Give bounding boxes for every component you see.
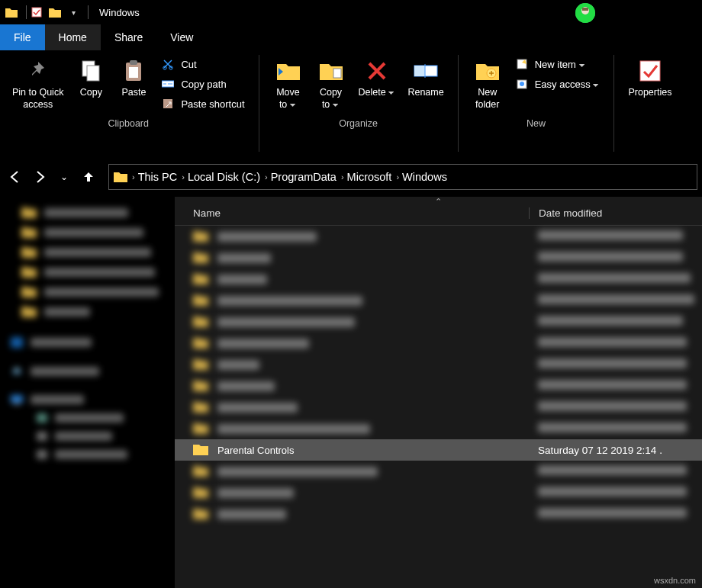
back-button[interactable]	[5, 166, 26, 188]
rename-button[interactable]: Rename	[401, 55, 449, 102]
tab-share[interactable]: Share	[101, 24, 156, 50]
tree-item[interactable]	[5, 390, 170, 409]
tree-item[interactable]	[5, 409, 170, 427]
svg-rect-27	[37, 450, 47, 459]
scissors-icon	[161, 57, 175, 71]
new-item-button[interactable]: New item	[512, 56, 604, 72]
qat-properties-icon[interactable]	[30, 5, 43, 19]
breadcrumb-item[interactable]: Windows	[402, 171, 447, 183]
svg-rect-24	[14, 403, 20, 405]
tree-item[interactable]	[5, 243, 170, 262]
group-label-clipboard: Clipboard	[108, 118, 149, 129]
user-avatar[interactable]	[575, 3, 595, 23]
svg-rect-8	[129, 67, 138, 78]
group-separator	[259, 55, 259, 152]
tree-item[interactable]	[5, 427, 170, 445]
copy-button[interactable]: Copy	[69, 55, 112, 102]
breadcrumb-item[interactable]: This PC›	[138, 171, 185, 183]
list-item[interactable]	[175, 461, 702, 482]
list-item[interactable]	[175, 311, 702, 333]
group-separator	[613, 55, 614, 152]
new-folder-icon	[475, 58, 501, 84]
tree-item[interactable]	[5, 445, 170, 464]
delete-icon	[364, 58, 390, 84]
copy-path-button[interactable]: Copy path	[158, 76, 247, 92]
navigation-pane[interactable]	[0, 197, 175, 588]
forward-button[interactable]	[29, 166, 50, 188]
pin-to-quick-access-button[interactable]: Pin to Quick access	[6, 55, 69, 114]
copy-to-button[interactable]: Copy to	[310, 55, 353, 114]
group-new: New folder New item Easy access New	[460, 50, 613, 156]
navigation-bar: ⌄ › This PC› Local Disk (C:)› ProgramDat…	[0, 157, 702, 197]
scroll-up-indicator: ⌃	[435, 197, 442, 207]
tree-item[interactable]	[5, 262, 170, 282]
breadcrumb-item[interactable]: Microsoft›	[347, 171, 400, 183]
svg-rect-3	[582, 8, 588, 11]
ribbon: Pin to Quick access Copy Paste	[0, 50, 702, 157]
tree-item[interactable]	[5, 333, 170, 352]
tree-item[interactable]	[5, 363, 170, 380]
list-item[interactable]	[175, 482, 702, 503]
list-item[interactable]	[175, 418, 702, 439]
rename-icon	[413, 58, 439, 84]
group-label-organize: Organize	[339, 118, 378, 129]
cut-button[interactable]: Cut	[158, 56, 247, 72]
move-to-button[interactable]: Move to	[267, 55, 310, 114]
easy-access-icon	[515, 77, 529, 91]
tree-item[interactable]	[5, 302, 170, 322]
column-header-date[interactable]: Date modified	[529, 207, 694, 219]
chevron-right-icon[interactable]: ›	[132, 172, 135, 182]
paste-icon	[121, 58, 147, 84]
list-item[interactable]	[175, 375, 702, 397]
folder-icon	[5, 5, 18, 19]
file-list[interactable]: ⌃ Name Date modified Parental Controls	[175, 197, 702, 588]
new-folder-button[interactable]: New folder	[466, 55, 509, 114]
recent-locations-button[interactable]: ⌄	[53, 166, 75, 188]
ribbon-tabs: File Home Share View	[0, 24, 702, 50]
tab-view[interactable]: View	[156, 24, 207, 50]
list-item[interactable]	[175, 503, 702, 525]
copy-path-icon	[161, 77, 175, 91]
group-clipboard: Pin to Quick access Copy Paste	[0, 50, 257, 156]
svg-rect-15	[414, 66, 425, 76]
breadcrumb-item[interactable]: Local Disk (C:)›	[188, 171, 268, 183]
list-item[interactable]	[175, 397, 702, 418]
copy-to-icon	[318, 58, 344, 84]
tree-item[interactable]	[5, 223, 170, 243]
delete-button[interactable]: Delete	[353, 55, 402, 102]
title-bar: ▾ Windows	[0, 0, 702, 24]
up-button[interactable]	[78, 166, 99, 188]
list-item[interactable]	[175, 333, 702, 354]
svg-rect-0	[32, 8, 41, 17]
tab-file[interactable]: File	[0, 24, 45, 50]
properties-button[interactable]: Properties	[622, 55, 678, 102]
svg-point-22	[14, 368, 20, 374]
list-item[interactable]	[175, 354, 702, 375]
address-bar[interactable]: › This PC› Local Disk (C:)› ProgramData›…	[108, 164, 697, 190]
list-item[interactable]	[175, 290, 702, 311]
column-header-name[interactable]: Name	[193, 207, 529, 219]
group-open: Properties	[616, 50, 684, 156]
properties-icon	[637, 58, 663, 84]
list-item[interactable]	[175, 247, 702, 268]
file-name: Parental Controls	[217, 445, 294, 456]
list-item[interactable]	[175, 268, 702, 290]
svg-rect-7	[130, 60, 137, 65]
paste-shortcut-icon	[161, 97, 175, 111]
svg-rect-26	[37, 432, 47, 441]
paste-shortcut-button[interactable]: Paste shortcut	[158, 96, 247, 111]
tree-item[interactable]	[5, 203, 170, 223]
easy-access-button[interactable]: Easy access	[512, 76, 604, 92]
svg-rect-23	[11, 395, 23, 403]
paste-button[interactable]: Paste	[112, 55, 155, 102]
list-item-selected[interactable]: Parental Controls Saturday 07 12 2019 2:…	[175, 439, 702, 461]
svg-rect-20	[640, 61, 660, 81]
list-item[interactable]	[175, 226, 702, 247]
breadcrumb-item[interactable]: ProgramData›	[271, 171, 344, 183]
svg-rect-5	[87, 66, 99, 81]
tab-home[interactable]: Home	[45, 24, 101, 50]
qat-folder-icon[interactable]	[48, 5, 62, 19]
tree-item[interactable]	[5, 282, 170, 302]
window-title: Windows	[99, 7, 140, 18]
qat-dropdown-icon[interactable]: ▾	[66, 5, 80, 19]
